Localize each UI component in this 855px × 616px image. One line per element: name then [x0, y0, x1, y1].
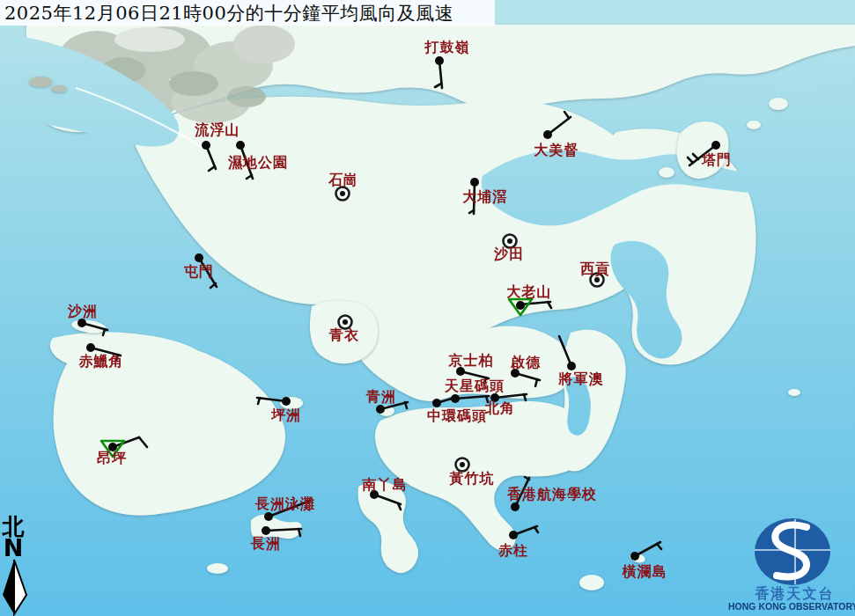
- station-label-tun: 屯門: [183, 263, 214, 280]
- station-label-clk: 赤鱲角: [78, 353, 124, 370]
- station-label-tap: 塔門: [701, 151, 732, 168]
- hk-map: 打鼓嶺流浮山濕地公園石崗大埔滘大美督塔門屯門沙洲赤鱲角沙田西貢大老山青衣京士柏啟…: [0, 0, 855, 616]
- island-ap-chau: [747, 121, 761, 129]
- station-label-ccb: 長洲泳灘: [254, 495, 315, 512]
- station-label-wgl: 橫瀾島: [622, 563, 667, 580]
- station-label-sty: 赤柱: [498, 542, 528, 559]
- station-label-wlp: 濕地公園: [227, 154, 288, 171]
- station-label-sha: 沙洲: [67, 303, 98, 319]
- station-label-kt: 啟德: [510, 354, 541, 370]
- station-label-tkl: 打鼓嶺: [424, 39, 470, 55]
- station-label-tko: 將軍澳: [558, 370, 604, 387]
- station-label-lam: 南丫島: [362, 476, 408, 493]
- station-label-pen: 坪洲: [270, 407, 301, 423]
- title-bar: 2025年12月06日21時00分的十分鐘平均風向及風速: [0, 0, 495, 26]
- island-ninepin: [788, 389, 800, 396]
- station-label-lfs: 流浮山: [195, 121, 240, 138]
- station-label-tmt: 大美督: [534, 142, 579, 158]
- station-label-cp: 中環碼頭: [427, 407, 487, 424]
- hko-logo-mark: [755, 518, 830, 585]
- station-label-sf: 天星碼頭: [444, 378, 505, 394]
- island-kat-o: [769, 98, 788, 110]
- station-label-kp: 京士柏: [448, 352, 494, 369]
- station-label-skg: 西貢: [579, 260, 610, 277]
- station-label-tpk: 大埔滘: [463, 188, 508, 205]
- islet-deep-bay-2: [51, 85, 67, 92]
- island-po-toi: [579, 575, 604, 590]
- station-label-tc: 大老山: [507, 283, 552, 300]
- station-label-ssc: 香港航海學校: [506, 486, 597, 502]
- wind-map-page: 打鼓嶺流浮山濕地公園石崗大埔滘大美督塔門屯門沙洲赤鱲角沙田西貢大老山青衣京士柏啟…: [0, 0, 855, 616]
- hko-name-en: HONG KONG OBSERVATORY: [728, 601, 855, 612]
- island-shek-kwu-chau: [207, 563, 228, 574]
- station-label-sht: 沙田: [493, 246, 524, 262]
- station-label-ngp: 昂坪: [97, 450, 127, 466]
- island-small-ne: [659, 167, 674, 178]
- station-label-ty: 青衣: [328, 326, 359, 343]
- islet-deep-bay-1: [29, 77, 52, 87]
- compass-north-n: N: [4, 534, 24, 561]
- station-label-wch: 黃竹坑: [449, 470, 495, 487]
- map-title: 2025年12月06日21時00分的十分鐘平均風向及風速: [0, 1, 453, 26]
- station-label-np: 北角: [484, 400, 515, 416]
- station-label-gi: 青洲: [365, 388, 396, 405]
- station-label-sek: 石崗: [328, 172, 358, 188]
- station-label-cch: 長洲: [250, 535, 281, 552]
